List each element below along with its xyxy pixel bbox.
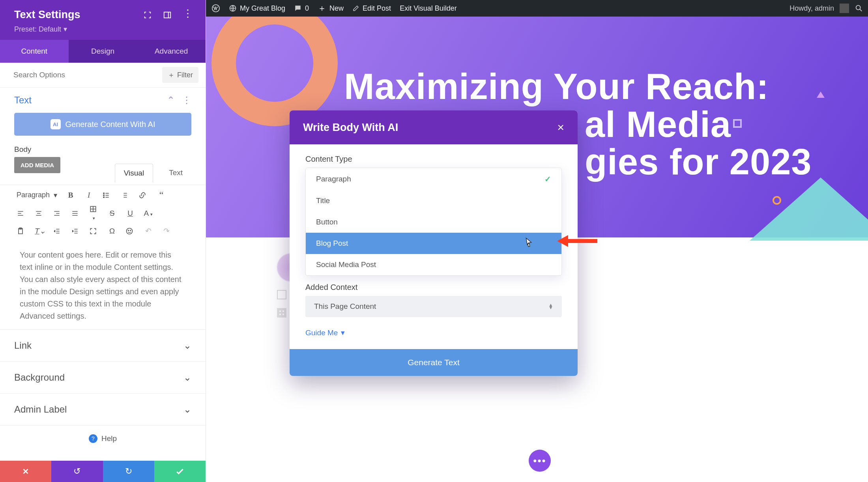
filter-button[interactable]: ＋ Filter (162, 67, 198, 83)
ul-icon[interactable] (102, 191, 112, 199)
align-justify-icon[interactable] (71, 209, 80, 217)
comments-link[interactable]: 0 (294, 4, 309, 13)
emoji-icon[interactable] (125, 227, 135, 235)
context-select[interactable]: This Page Content ▲▼ (305, 296, 562, 317)
preset-select[interactable]: Preset: Default ▾ (14, 25, 191, 34)
editor-tab-visual[interactable]: Visual (115, 164, 153, 182)
option-button[interactable]: Button (306, 211, 561, 233)
editor-tab-text[interactable]: Text (160, 164, 191, 182)
svg-point-11 (128, 230, 129, 231)
text-section-header[interactable]: Text ⌃ ⋮ (14, 95, 191, 106)
add-media-button[interactable]: ADD MEDIA (14, 157, 60, 173)
user-avatar-icon[interactable] (840, 4, 849, 13)
align-right-icon[interactable] (53, 209, 62, 217)
howdy-user[interactable]: Howdy, admin (789, 4, 834, 13)
cursor-icon (523, 236, 534, 248)
save-button[interactable] (154, 461, 206, 482)
exit-visual-builder[interactable]: Exit Visual Builder (400, 4, 457, 13)
svg-point-2 (856, 6, 861, 10)
calendar-icon (277, 308, 286, 318)
fullscreen-icon[interactable] (89, 227, 99, 235)
svg-point-12 (130, 230, 131, 231)
chevron-down-icon: ⌄ (183, 340, 191, 351)
tab-content[interactable]: Content (0, 40, 69, 63)
editor-textarea[interactable]: Your content goes here. Edit or remove t… (0, 242, 206, 329)
undo-icon[interactable]: ↶ (144, 226, 153, 235)
chevron-up-icon: ⌃ (167, 95, 175, 106)
paste-icon[interactable] (17, 227, 26, 235)
quote-icon[interactable]: “ (157, 190, 166, 200)
editor-toolbar: Paragraph ▾ B I “ ▾ S U A ▾ T⌄ Ω ↶ (0, 185, 206, 242)
comments-count: 0 (305, 4, 309, 13)
link-icon[interactable] (138, 191, 148, 199)
align-left-icon[interactable] (17, 209, 26, 217)
table-icon[interactable]: ▾ (89, 205, 99, 222)
svg-rect-3 (164, 12, 171, 18)
chevron-down-icon: ▾ (54, 191, 57, 200)
option-title[interactable]: Title (306, 190, 561, 211)
new-link[interactable]: ＋ New (318, 2, 344, 14)
italic-icon[interactable]: I (84, 191, 94, 200)
search-icon[interactable] (855, 4, 863, 13)
confetti-circle-icon (773, 196, 781, 205)
search-row: ＋ Filter (0, 63, 206, 88)
option-blog-post[interactable]: Blog Post (306, 233, 561, 254)
chevron-down-icon: ▾ (64, 25, 67, 34)
site-link[interactable]: My Great Blog (229, 4, 285, 13)
modal-title: Write Body With AI (303, 121, 398, 134)
ol-icon[interactable] (120, 191, 130, 199)
clear-format-icon[interactable]: T⌄ (35, 226, 44, 235)
modal-header: Write Body With AI × (290, 110, 578, 144)
text-section: Text ⌃ ⋮ AI Generate Content With AI (0, 88, 206, 138)
omega-icon[interactable]: Ω (107, 227, 117, 235)
close-icon[interactable]: × (557, 121, 564, 134)
redo-icon[interactable]: ↷ (162, 226, 171, 235)
select-arrows-icon: ▲▼ (548, 304, 553, 309)
chevron-down-icon: ▾ (341, 328, 345, 337)
text-color-icon[interactable]: A ▾ (144, 209, 153, 218)
guide-me-link[interactable]: Guide Me ▾ (305, 328, 345, 337)
option-social-media-post[interactable]: Social Media Post (306, 254, 561, 275)
accordion-link[interactable]: Link⌄ (0, 330, 206, 362)
accordion-background[interactable]: Background⌄ (0, 362, 206, 394)
body-label: Body (0, 138, 206, 157)
block-format-select[interactable]: Paragraph ▾ (17, 191, 57, 200)
chevron-down-icon: ⌄ (183, 372, 191, 383)
underline-icon[interactable]: U (125, 209, 135, 218)
accordion-admin-label[interactable]: Admin Label⌄ (0, 394, 206, 426)
option-paragraph[interactable]: Paragraph✓ (306, 168, 561, 190)
expand-columns-icon[interactable] (163, 11, 172, 19)
edit-post-link[interactable]: Edit Post (352, 4, 391, 13)
tab-design[interactable]: Design (69, 40, 137, 63)
cancel-button[interactable] (0, 461, 51, 482)
wp-admin-bar: My Great Blog 0 ＋ New Edit Post Exit Vis… (206, 0, 868, 17)
focus-icon[interactable] (143, 11, 152, 19)
sidebar-footer: ↺ ↻ (0, 461, 206, 482)
plus-icon: ＋ (318, 2, 326, 14)
tab-advanced[interactable]: Advanced (137, 40, 206, 63)
write-body-ai-modal: Write Body With AI × Content Type Paragr… (290, 110, 578, 376)
strike-icon[interactable]: S (107, 209, 117, 218)
search-input[interactable] (7, 67, 162, 83)
sidebar-tabs: Content Design Advanced (0, 40, 206, 63)
bold-icon[interactable]: B (66, 191, 75, 200)
svg-point-10 (127, 228, 133, 234)
undo-button[interactable]: ↺ (51, 461, 103, 482)
generate-ai-button[interactable]: AI Generate Content With AI (14, 113, 191, 136)
align-center-icon[interactable] (35, 209, 44, 217)
outdent-icon[interactable] (53, 227, 62, 235)
indent-icon[interactable] (71, 227, 80, 235)
generate-text-button[interactable]: Generate Text (290, 349, 578, 376)
more-icon[interactable]: ⋮ (182, 95, 191, 106)
content-type-label: Content Type (305, 155, 562, 164)
redo-button[interactable]: ↻ (103, 461, 154, 482)
more-icon[interactable]: ⋮ (183, 11, 191, 19)
svg-point-6 (103, 196, 105, 198)
help-link[interactable]: ? Help (0, 426, 206, 452)
annotation-arrow (557, 235, 597, 247)
builder-fab[interactable]: ••• (529, 450, 551, 472)
check-icon: ✓ (544, 174, 551, 184)
sidebar-header: Text Settings ⋮ Preset: Default ▾ (0, 0, 206, 40)
chevron-down-icon: ⌄ (183, 404, 191, 415)
wp-logo-icon[interactable] (211, 4, 220, 13)
